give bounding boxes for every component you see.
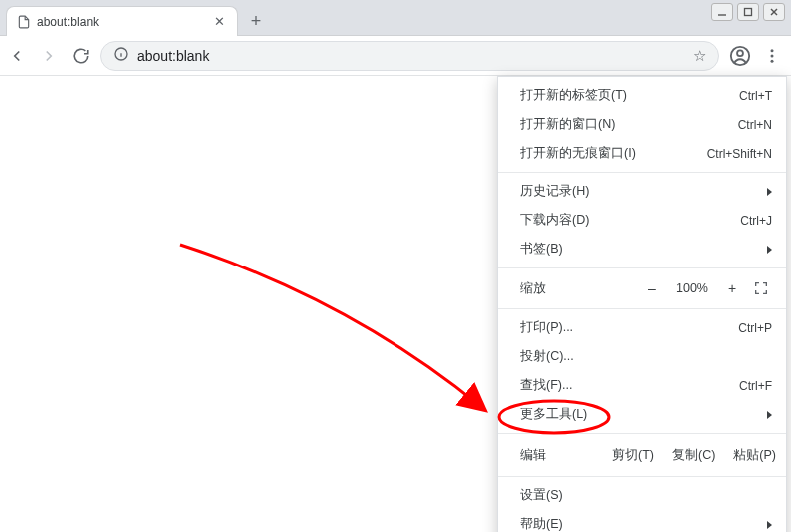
zoom-in-button[interactable]: +: [722, 280, 742, 296]
menu-separator: [498, 267, 786, 268]
menu-separator: [498, 476, 786, 477]
chevron-right-icon: [767, 411, 772, 419]
tab-about-blank[interactable]: about:blank ✕: [6, 6, 238, 36]
url-text: about:blank: [137, 48, 209, 64]
menu-new-tab[interactable]: 打开新的标签页(T) Ctrl+T: [498, 81, 786, 110]
chevron-right-icon: [767, 188, 772, 196]
minimize-button[interactable]: [711, 3, 733, 21]
edit-copy[interactable]: 复制(C): [672, 447, 715, 464]
menu-zoom: 缩放 – 100% +: [498, 272, 786, 304]
svg-point-10: [771, 54, 774, 57]
bookmark-star-icon[interactable]: ☆: [693, 47, 706, 65]
menu-separator: [498, 172, 786, 173]
menu-bookmarks[interactable]: 书签(B): [498, 235, 786, 264]
close-window-button[interactable]: [763, 3, 785, 21]
svg-rect-1: [745, 9, 752, 16]
address-bar[interactable]: about:blank ☆: [100, 41, 719, 71]
chevron-right-icon: [767, 246, 772, 254]
menu-separator: [498, 308, 786, 309]
page-icon: [17, 15, 31, 29]
svg-point-11: [771, 59, 774, 62]
svg-point-8: [737, 50, 743, 56]
svg-point-9: [771, 49, 774, 52]
menu-edit: 编辑 剪切(T) 复制(C) 粘贴(P): [498, 438, 786, 472]
main-menu: 打开新的标签页(T) Ctrl+T 打开新的窗口(N) Ctrl+N 打开新的无…: [497, 76, 787, 532]
main-menu-button[interactable]: [761, 45, 783, 67]
chevron-right-icon: [767, 521, 772, 529]
edit-cut[interactable]: 剪切(T): [612, 447, 654, 464]
tab-title: about:blank: [37, 15, 206, 29]
window-controls: [711, 3, 785, 21]
profile-avatar-icon[interactable]: [729, 45, 751, 67]
menu-incognito[interactable]: 打开新的无痕窗口(I) Ctrl+Shift+N: [498, 139, 786, 168]
menu-settings[interactable]: 设置(S): [498, 481, 786, 510]
fullscreen-icon[interactable]: [750, 279, 772, 297]
menu-help[interactable]: 帮助(E): [498, 510, 786, 532]
menu-cast[interactable]: 投射(C)...: [498, 342, 786, 371]
reload-button[interactable]: [72, 47, 90, 65]
back-button[interactable]: [8, 47, 26, 65]
site-info-icon[interactable]: [113, 46, 129, 65]
menu-find[interactable]: 查找(F)... Ctrl+F: [498, 371, 786, 400]
maximize-button[interactable]: [737, 3, 759, 21]
menu-downloads[interactable]: 下载内容(D) Ctrl+J: [498, 206, 786, 235]
menu-separator: [498, 433, 786, 434]
zoom-out-button[interactable]: –: [642, 280, 662, 296]
menu-more-tools[interactable]: 更多工具(L): [498, 400, 786, 429]
toolbar: about:blank ☆: [0, 36, 791, 76]
zoom-percent: 100%: [670, 281, 714, 295]
menu-history[interactable]: 历史记录(H): [498, 177, 786, 206]
menu-new-window[interactable]: 打开新的窗口(N) Ctrl+N: [498, 110, 786, 139]
forward-button[interactable]: [40, 47, 58, 65]
edit-paste[interactable]: 粘贴(P): [733, 447, 776, 464]
menu-print[interactable]: 打印(P)... Ctrl+P: [498, 313, 786, 342]
close-tab-icon[interactable]: ✕: [212, 14, 227, 29]
new-tab-button[interactable]: +: [242, 7, 270, 35]
tab-strip: about:blank ✕ +: [0, 0, 791, 36]
